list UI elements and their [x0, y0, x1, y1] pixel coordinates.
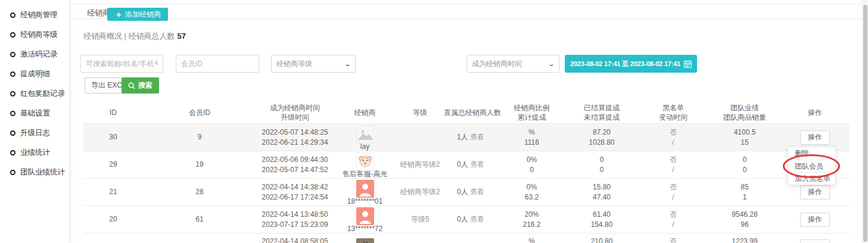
sidebar-item[interactable]: 基础设置 — [10, 107, 50, 119]
dealer-avatar-image — [356, 152, 374, 170]
cell-commission: 210.804113.83 — [566, 236, 637, 243]
sidebar-item-label: 基础设置 — [20, 108, 50, 119]
become-time-select[interactable]: 成为经销商时间 ⌄ — [466, 55, 559, 73]
view-link[interactable]: 查看 — [470, 215, 484, 223]
table-body: 30 9 2022-05-07 14:48:252022-06-21 14:29… — [83, 123, 850, 243]
cell-dealer: lay — [334, 124, 396, 151]
sidebar: 经销商管理经销商等级激活码记录提成明细红包奖励记录基础设置升级日志业绩统计团队业… — [0, 0, 70, 243]
cell-action: 操作 — [780, 239, 850, 243]
cell-blacklist: 否/ — [637, 182, 709, 202]
column-header: 已结算提成未结算提成 — [566, 103, 637, 122]
circle-icon — [10, 170, 15, 175]
cell-member-id: 19 — [143, 160, 256, 170]
add-dealer-label: 添加经销商 — [125, 10, 161, 20]
cell-ratio: 20%216.2 — [497, 210, 566, 230]
sidebar-item[interactable]: 升级日志 — [10, 127, 50, 139]
cell-action: 操作 — [780, 213, 850, 227]
sidebar-item[interactable]: 经销商等级 — [10, 29, 58, 40]
row-action-menu: 删除 团队会员 加入黑名单 — [788, 147, 836, 185]
cell-dealer — [334, 237, 396, 243]
cell-team: 4100.515 — [709, 127, 780, 148]
menu-item-add-blacklist[interactable]: 加入黑名单 — [788, 172, 835, 185]
date-range-button[interactable]: 2023-08-02 17:41 至 2023-08-02 17:41 — [565, 55, 697, 73]
sidebar-item[interactable]: 业绩统计 — [10, 147, 50, 158]
cell-direct-count: 1人 查看 — [444, 132, 497, 142]
cell-level: 等级5 — [396, 214, 444, 225]
circle-icon — [10, 32, 15, 38]
dealer-name: 售后客服-高光 — [334, 170, 396, 178]
sidebar-item[interactable]: 经销商管理 — [10, 9, 58, 21]
row-action-button[interactable]: 操作 — [800, 185, 830, 200]
cell-blacklist: 否/ — [637, 127, 709, 148]
cell-id: 30 — [83, 132, 143, 142]
search-button-label: 搜索 — [138, 80, 153, 91]
date-range-text: 2023-08-02 17:41 至 2023-08-02 17:41 — [570, 60, 680, 68]
menu-item-delete[interactable]: 删除 — [788, 147, 835, 160]
cell-ratio: %4427.63 — [497, 236, 566, 243]
sidebar-item-label: 升级日志 — [20, 128, 50, 138]
keyword-search-input[interactable] — [80, 55, 163, 73]
cell-direct-count: 0人 查看 — [444, 160, 497, 170]
sidebar-item[interactable]: 激活码记录 — [10, 48, 58, 60]
sidebar-item[interactable]: 提成明细 — [10, 68, 50, 80]
search-button[interactable]: 搜索 — [122, 77, 159, 94]
dealer-avatar-image — [356, 125, 374, 143]
sidebar-item-label: 团队业绩统计 — [20, 167, 65, 177]
tab-bar: 经销商 — [73, 4, 868, 19]
cell-direct-count: 0人 查看 — [444, 187, 497, 197]
dealer-name: 18*******01 — [334, 198, 396, 205]
cell-times: 2022-04-14 14:38:422022-06-17 17:24:54 — [256, 182, 334, 202]
summary-text: 经销商概况 | 经销商总人数 — [83, 32, 175, 40]
sidebar-item-label: 红包奖励记录 — [20, 89, 65, 99]
cell-level: 经销商等级2 — [396, 160, 444, 170]
cell-commission: 00 — [566, 155, 637, 175]
cell-commission: 87.201028.80 — [566, 127, 637, 148]
cell-dealer: 13*******72 — [334, 206, 396, 233]
row-action-button[interactable]: 操作 — [800, 213, 830, 227]
column-header: 成为经销商时间升级时间 — [256, 103, 334, 122]
sidebar-item-label: 业绩统计 — [20, 148, 50, 158]
cell-id: 29 — [83, 160, 143, 170]
circle-icon — [10, 111, 15, 116]
scrollbar-thumb[interactable] — [863, 5, 867, 242]
sidebar-item-label: 经销商等级 — [20, 30, 58, 40]
column-header: ID — [83, 108, 143, 117]
menu-item-team-members[interactable]: 团队会员 — [788, 160, 835, 172]
cell-id: 21 — [83, 187, 143, 197]
column-header: 会员ID — [143, 108, 256, 117]
cell-member-id: 28 — [143, 187, 256, 197]
cell-action: 操作 — [780, 185, 850, 200]
view-link[interactable]: 查看 — [470, 133, 484, 141]
dealer-table: ID会员ID成为经销商时间升级时间经销商等级直属总经销商人数经销商比例累计提成已… — [83, 101, 850, 243]
circle-icon — [10, 91, 15, 96]
cell-commission: 61.40154.80 — [566, 210, 637, 230]
view-link[interactable]: 查看 — [470, 188, 484, 196]
calendar-icon — [684, 60, 692, 68]
cell-team: 1223.994 — [709, 236, 780, 243]
sidebar-item[interactable]: 红包奖励记录 — [10, 88, 65, 99]
column-header: 经销商比例累计提成 — [497, 103, 566, 122]
cell-team: 9546.2896 — [709, 210, 780, 230]
cell-direct-count: 0人 查看 — [444, 214, 497, 225]
column-header: 等级 — [396, 108, 444, 117]
search-icon — [128, 82, 135, 89]
row-action-button[interactable]: 操作 — [800, 130, 830, 145]
cell-dealer: 18*******01 — [334, 179, 396, 205]
cell-blacklist: 否/ — [637, 155, 709, 175]
column-header: 黑名单变动时间 — [637, 103, 709, 122]
member-id-input[interactable] — [176, 55, 259, 73]
sidebar-item[interactable]: 团队业绩统计 — [10, 166, 65, 178]
dealer-total-count: 57 — [178, 32, 186, 40]
dealer-avatar-image — [356, 238, 374, 243]
add-dealer-button[interactable]: ＋ 添加经销商 — [107, 8, 168, 21]
view-link[interactable]: 查看 — [470, 160, 484, 169]
cell-ratio: 0%63.2 — [497, 182, 566, 202]
cell-level: 经销商等级2 — [396, 187, 444, 197]
cell-ratio: 0%0 — [497, 155, 566, 175]
table-row: 29 19 2022-05-06 09:44:302022-05-07 14:4… — [83, 151, 850, 178]
chevron-down-icon: ⌄ — [344, 60, 351, 68]
cell-times: 2022-05-07 14:48:252022-06-21 14:29:34 — [256, 127, 334, 148]
dealer-level-select[interactable]: 经销商等级 ⌄ — [271, 55, 356, 73]
row-action-button[interactable]: 操作 — [800, 239, 830, 243]
cell-times: 2022-04-14 08:58:052022-09-02 11:52:52 — [256, 236, 334, 243]
